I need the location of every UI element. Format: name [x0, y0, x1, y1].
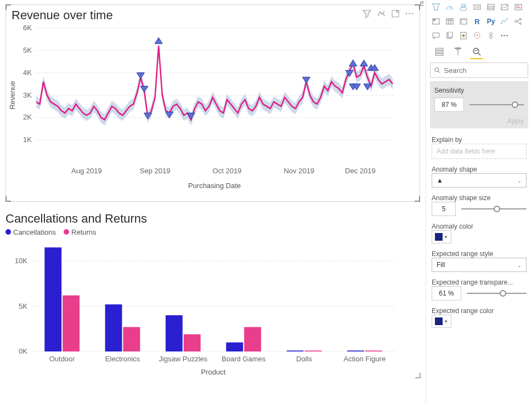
expected-range-transparency-value[interactable]: 61 % — [432, 286, 461, 300]
viz-more-icon[interactable]: ··· — [499, 30, 511, 41]
viz-slicer-icon[interactable] — [430, 16, 442, 27]
viz-palette-row-3: ··· — [426, 29, 532, 43]
viz-funnel-icon[interactable] — [430, 2, 442, 13]
svg-rect-54 — [305, 350, 322, 351]
expected-range-style-select[interactable]: Fill⌄ — [432, 258, 527, 272]
explain-by-label: Explain by — [432, 136, 462, 144]
focus-mode-icon[interactable] — [391, 9, 400, 18]
viz-kpi-icon[interactable] — [499, 2, 511, 13]
viz-waterfall-icon[interactable] — [457, 2, 469, 13]
expected-range-transparency-slider[interactable] — [467, 288, 527, 299]
report-canvas[interactable]: Revenue over time ··· 1K2K3K4K5K6KAug 20… — [0, 0, 426, 403]
svg-text:Electronics: Electronics — [105, 355, 140, 363]
resize-handle-bl[interactable] — [5, 196, 11, 202]
svg-text:Dec 2019: Dec 2019 — [345, 167, 376, 175]
svg-line-97 — [478, 53, 480, 55]
fields-tab-icon[interactable] — [433, 46, 446, 59]
svg-text:3K: 3K — [23, 91, 32, 99]
viz-table-icon[interactable] — [444, 16, 456, 27]
svg-rect-47 — [166, 315, 183, 351]
svg-text:Purchasing Date: Purchasing Date — [188, 181, 241, 190]
svg-text:Jigsaw Puzzles: Jigsaw Puzzles — [159, 355, 207, 363]
visualizations-tab-label: rs — [417, 0, 426, 7]
explain-by-dropzone[interactable]: Add data fields here — [432, 144, 527, 159]
apply-button[interactable]: Apply — [434, 117, 524, 125]
resize-handle-br[interactable] — [415, 196, 420, 202]
expected-range-color-picker[interactable]: ▼ — [432, 315, 451, 328]
viz-r-icon[interactable]: R — [471, 16, 483, 27]
more-options-icon[interactable]: ··· — [405, 9, 414, 18]
svg-point-84 — [520, 23, 522, 25]
svg-text:Aug 2019: Aug 2019 — [71, 167, 102, 175]
sensitivity-slider[interactable] — [469, 99, 524, 110]
viz-qa-icon[interactable] — [430, 30, 442, 41]
svg-text:Revenue: Revenue — [8, 81, 16, 109]
sensitivity-value[interactable]: 87 % — [434, 98, 464, 112]
visualizations-pane: 123 R Py ··· — [426, 0, 532, 403]
chart1-title: Revenue over time — [6, 5, 420, 22]
svg-rect-71 — [446, 19, 453, 24]
viz-paginated-icon[interactable] — [444, 30, 456, 41]
anomaly-shape-size-label: Anomaly shape size — [432, 194, 490, 202]
anomaly-color-picker[interactable]: ▼ — [432, 230, 451, 243]
analytics-tab-icon[interactable] — [470, 46, 483, 59]
svg-rect-91 — [435, 51, 443, 53]
visual-revenue-over-time[interactable]: Revenue over time ··· 1K2K3K4K5K6KAug 20… — [5, 4, 420, 202]
anomaly-shape-size-value[interactable]: 5 — [432, 202, 456, 216]
viz-card-icon[interactable]: 123 — [471, 2, 483, 13]
sensitivity-card: Sensitivity 87 % Apply — [430, 81, 528, 128]
visual-cancellations-returns[interactable]: Cancellations and Returns Cancellations … — [5, 208, 420, 389]
format-tab-icon[interactable] — [451, 46, 465, 59]
svg-rect-90 — [435, 48, 443, 50]
viz-powerapp-icon[interactable] — [457, 30, 469, 41]
sensitivity-label: Sensitivity — [434, 87, 524, 94]
chevron-down-icon: ⌄ — [517, 262, 522, 268]
svg-rect-95 — [455, 48, 461, 49]
viz-arcgis-icon[interactable] — [471, 30, 483, 41]
search-icon — [434, 66, 440, 74]
search-box[interactable] — [430, 63, 528, 78]
viz-key-influencers-icon[interactable] — [499, 16, 511, 27]
svg-rect-77 — [460, 19, 467, 20]
svg-text:2K: 2K — [23, 113, 32, 121]
viz-custom-icon[interactable] — [485, 30, 497, 41]
svg-rect-85 — [433, 33, 439, 37]
svg-text:Product: Product — [201, 368, 226, 376]
legend-item-returns[interactable]: Returns — [64, 228, 97, 236]
svg-point-98 — [435, 68, 439, 72]
svg-marker-20 — [137, 73, 144, 79]
resize-handle-tl[interactable] — [5, 4, 11, 10]
viz-multirow-card-icon[interactable] — [485, 2, 497, 13]
viz-palette-row-1: 123 — [426, 0, 532, 14]
viz-gauge-icon[interactable] — [444, 2, 456, 13]
svg-text:123: 123 — [475, 5, 480, 9]
svg-text:Nov 2019: Nov 2019 — [284, 167, 314, 175]
chart2-title: Cancellations and Returns — [5, 208, 420, 226]
svg-rect-41 — [44, 247, 61, 351]
legend-item-cancellations[interactable]: Cancellations — [5, 228, 56, 236]
expected-range-transparency-label: Expected range transpare... — [432, 279, 513, 286]
viz-palette-row-2: R Py — [426, 14, 532, 29]
svg-text:Sep 2019: Sep 2019 — [140, 167, 171, 175]
viz-decomposition-icon[interactable] — [512, 16, 524, 27]
spotlight-icon[interactable] — [377, 9, 386, 18]
svg-text:4K: 4K — [23, 69, 32, 77]
svg-rect-53 — [287, 350, 304, 351]
viz-smart-narrative-icon[interactable] — [512, 2, 524, 13]
viz-python-icon[interactable]: Py — [485, 16, 497, 27]
anomaly-color-label: Anomaly color — [432, 223, 473, 230]
search-input[interactable] — [444, 66, 524, 75]
anomaly-shape-size-slider[interactable] — [461, 203, 527, 214]
svg-line-60 — [450, 7, 451, 10]
svg-point-79 — [507, 18, 508, 19]
svg-rect-44 — [105, 304, 122, 351]
svg-rect-50 — [226, 343, 243, 352]
viz-matrix-icon[interactable] — [457, 16, 469, 27]
svg-point-89 — [477, 35, 478, 36]
anomaly-shape-select[interactable]: ▲⌄ — [432, 173, 527, 188]
svg-rect-56 — [347, 350, 364, 351]
line-chart-svg: 1K2K3K4K5K6KAug 2019Sep 2019Oct 2019Nov … — [6, 22, 401, 192]
svg-rect-64 — [488, 4, 494, 10]
resize-handle-br[interactable] — [415, 373, 421, 378]
filter-icon[interactable] — [363, 9, 371, 18]
